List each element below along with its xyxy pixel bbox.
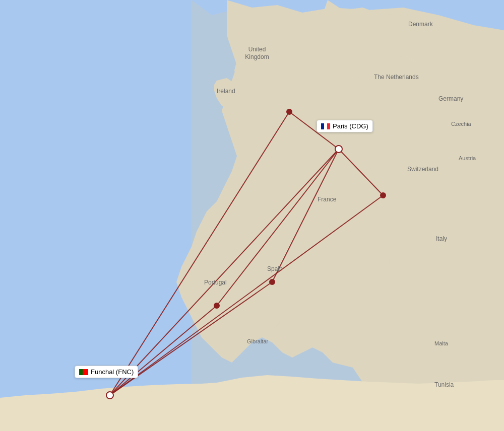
svg-text:Switzerland: Switzerland <box>407 166 438 173</box>
svg-text:Czechia: Czechia <box>451 121 472 127</box>
svg-text:Spain: Spain <box>267 265 283 272</box>
svg-text:Italy: Italy <box>436 235 447 242</box>
svg-text:Germany: Germany <box>438 95 463 102</box>
svg-point-12 <box>269 279 275 285</box>
svg-point-11 <box>214 303 220 309</box>
svg-text:United: United <box>248 46 266 53</box>
svg-point-15 <box>106 392 113 399</box>
svg-text:Ireland: Ireland <box>217 88 235 95</box>
svg-text:Tunisia: Tunisia <box>434 381 454 388</box>
svg-text:The Netherlands: The Netherlands <box>374 74 419 81</box>
svg-text:Denmark: Denmark <box>408 21 433 28</box>
svg-text:Gibraltar: Gibraltar <box>247 338 269 344</box>
svg-text:Austria: Austria <box>459 155 476 161</box>
svg-point-10 <box>286 109 292 115</box>
map-container: The Netherlands United Kingdom Ireland D… <box>0 0 504 431</box>
svg-text:Portugal: Portugal <box>204 279 227 286</box>
svg-text:Malta: Malta <box>434 340 449 346</box>
svg-point-13 <box>380 192 386 198</box>
map-svg: The Netherlands United Kingdom Ireland D… <box>0 0 504 431</box>
svg-text:Kingdom: Kingdom <box>245 53 269 60</box>
svg-text:France: France <box>318 196 337 203</box>
svg-point-14 <box>335 146 342 153</box>
